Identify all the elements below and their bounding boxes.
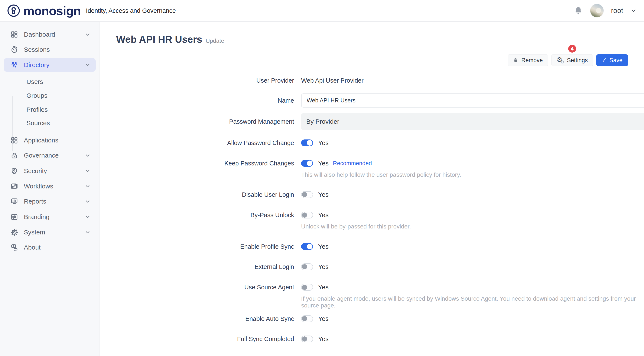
sidebar-item-label: Directory (24, 61, 50, 68)
bypass-unlock-help: Unlock will be by-passed for this provid… (301, 223, 411, 230)
enable-profile-sync-label: Enable Profile Sync (100, 241, 294, 253)
keyhole-logo-icon (7, 4, 20, 17)
sidebar-item-dashboard[interactable]: Dashboard (4, 28, 96, 41)
action-buttons: Remove 4 ⚙⚙ Settings ✓ Save (508, 54, 628, 66)
use-source-agent-label: Use Source Agent (100, 281, 294, 293)
main-content: Web API HR UsersUpdate Remove 4 ⚙⚙ Setti… (100, 22, 644, 356)
toggle-state-label: Yes (318, 335, 328, 343)
use-source-agent-help: If you enable agent mode, users will be … (301, 295, 644, 309)
user-provider-value: Web Api User Provider (301, 74, 364, 86)
toggle-state-label: Yes (318, 263, 328, 270)
save-button-label: Save (609, 57, 622, 64)
sidebar-item-label: Dashboard (24, 31, 55, 38)
check-icon: ✓ (602, 57, 607, 63)
password-management-value: By Provider (306, 118, 644, 125)
trash-icon (513, 57, 518, 63)
users-group-icon (10, 61, 18, 69)
sidebar-item-label: Sessions (24, 46, 50, 53)
save-button[interactable]: ✓ Save (596, 54, 628, 66)
chevron-down-icon (84, 183, 90, 189)
sidebar-item-sessions[interactable]: Sessions (4, 43, 96, 56)
chevron-down-icon (84, 62, 90, 68)
app-root: monosign Identity, Access and Governance… (0, 0, 644, 356)
brand-tagline: Identity, Access and Governance (86, 7, 176, 14)
allow-password-change-toggle[interactable] (301, 139, 313, 146)
enable-auto-sync-label: Enable Auto Sync (100, 313, 294, 325)
external-login-toggle[interactable] (301, 263, 313, 270)
settings-count-badge: 4 (568, 45, 576, 53)
keep-password-changes-toggle[interactable] (301, 160, 313, 167)
toggle-state-label: Yes (318, 243, 328, 250)
allow-password-change-label: Allow Password Change (100, 137, 294, 149)
toggle-state-label: Yes (318, 315, 328, 322)
field-allow-password-change: Allow Password Change Yes (0, 137, 644, 149)
name-input[interactable] (301, 93, 644, 107)
enable-auto-sync-toggle[interactable] (301, 315, 313, 322)
chevron-down-icon (84, 229, 90, 235)
field-user-provider: User Provider Web Api User Provider (0, 74, 644, 86)
use-source-agent-toggle[interactable] (301, 284, 313, 291)
field-full-sync-completed: Full Sync Completed Yes (0, 333, 644, 345)
field-use-source-agent: Use Source Agent Yes If you enable agent… (0, 281, 644, 309)
full-sync-completed-toggle[interactable] (301, 336, 313, 342)
field-disable-user-login: Disable User Login Yes (0, 189, 644, 201)
chevron-down-icon (84, 31, 90, 37)
toggle-state-label: Yes (318, 284, 328, 291)
toggle-state-label: Yes (318, 160, 328, 167)
user-avatar[interactable] (590, 4, 604, 17)
bypass-unlock-label: By-Pass Unlock (100, 209, 294, 221)
field-name: Name (0, 93, 644, 107)
dashboard-grid-icon (10, 30, 18, 38)
settings-button-label: Settings (567, 57, 588, 64)
name-label: Name (100, 93, 294, 107)
brand-logo[interactable]: monosign Identity, Access and Governance (7, 0, 176, 21)
settings-button[interactable]: 4 ⚙⚙ Settings (551, 54, 593, 66)
enable-profile-sync-toggle[interactable] (301, 243, 313, 250)
password-management-label: Password Management (100, 113, 294, 130)
external-login-label: External Login (100, 261, 294, 273)
notification-bell-icon[interactable] (574, 6, 583, 15)
keep-password-changes-help: This will also help follow the user pass… (301, 171, 461, 178)
disable-user-login-toggle[interactable] (301, 191, 313, 198)
stopwatch-icon (10, 45, 18, 54)
brand-wordmark: monosign (24, 3, 81, 18)
user-provider-label: User Provider (100, 74, 294, 86)
toggle-state-label: Yes (318, 139, 328, 146)
toggle-state-label: Yes (318, 211, 328, 219)
field-external-login: External Login Yes (0, 261, 644, 273)
field-enable-profile-sync: Enable Profile Sync Yes (0, 241, 644, 253)
page-title: Web API HR UsersUpdate (116, 34, 224, 45)
user-menu-chevron-down-icon[interactable] (630, 7, 637, 14)
remove-button-label: Remove (521, 57, 543, 64)
page-title-text: Web API HR Users (116, 34, 202, 45)
recommended-badge: Recommended (333, 160, 372, 167)
password-management-select[interactable]: By Provider × (301, 113, 644, 130)
field-keep-password-changes: Keep Password Changes Yes Recommended Th… (0, 157, 644, 178)
remove-button[interactable]: Remove (508, 54, 548, 66)
full-sync-completed-label: Full Sync Completed (100, 333, 294, 345)
bypass-unlock-toggle[interactable] (301, 212, 313, 218)
toggle-state-label: Yes (318, 191, 328, 198)
keep-password-changes-label: Keep Password Changes (100, 157, 294, 169)
disable-user-login-label: Disable User Login (100, 189, 294, 201)
header-right: root (574, 0, 637, 21)
gears-icon: ⚙⚙ (557, 56, 564, 64)
field-enable-auto-sync: Enable Auto Sync Yes (0, 313, 644, 325)
field-bypass-unlock: By-Pass Unlock Yes Unlock will be by-pas… (0, 209, 644, 230)
field-password-management: Password Management By Provider × (0, 113, 644, 130)
page-subtitle: Update (206, 38, 224, 44)
sidebar-item-directory[interactable]: Directory (4, 58, 96, 72)
username: root (611, 6, 623, 15)
top-header: monosign Identity, Access and Governance… (0, 0, 644, 22)
